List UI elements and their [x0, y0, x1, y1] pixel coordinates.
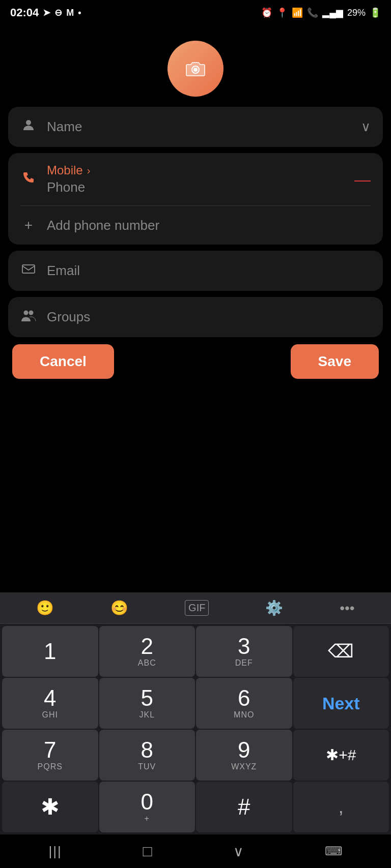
name-field[interactable]: Name ∨: [8, 107, 383, 147]
save-button[interactable]: Save: [291, 344, 379, 379]
remove-phone-button[interactable]: —: [354, 171, 371, 188]
groups-icon: [20, 308, 37, 326]
person-icon: [20, 118, 37, 136]
email-placeholder: Email: [47, 263, 371, 279]
key-4[interactable]: 4 GHI: [2, 678, 98, 729]
cancel-button[interactable]: Cancel: [12, 344, 114, 379]
svg-point-2: [26, 120, 31, 125]
alarm-icon: ⏰: [261, 7, 272, 18]
battery-icon: 🔋: [370, 7, 381, 18]
emoji-icon[interactable]: 🙂: [36, 600, 54, 616]
status-bar: 02:04 ➤ ⊖ M • ⏰ 📍 📶 📞 ▂▄▆ 29% 🔋: [0, 0, 391, 25]
keyboard-toolbar: 🙂 😊 GIF ⚙️ •••: [0, 592, 391, 624]
gps-icon: 📍: [276, 7, 288, 18]
key-star-hash[interactable]: ✱+#: [293, 730, 389, 781]
keyboard-button[interactable]: ⌨: [325, 844, 343, 858]
status-right: ⏰ 📍 📶 📞 ▂▄▆ 29% 🔋: [261, 7, 381, 18]
phone-placeholder: Phone: [47, 179, 344, 195]
time: 02:04: [10, 6, 39, 19]
keyboard-grid: 1 2 ABC 3 DEF ⌫ 4 GHI 5 JKL 6 MNO Next: [0, 624, 391, 834]
dot-icon: •: [78, 8, 81, 18]
svg-point-1: [193, 68, 198, 72]
email-icon: [20, 262, 37, 280]
key-9[interactable]: 9 WXYZ: [196, 730, 292, 781]
add-phone-label: Add phone number: [47, 218, 159, 233]
key-star[interactable]: ✱: [2, 782, 98, 832]
key-0[interactable]: 0 +: [99, 782, 196, 832]
status-left: 02:04 ➤ ⊖ M •: [10, 6, 81, 19]
wifi-icon: 📶: [292, 7, 303, 18]
key-backspace[interactable]: ⌫: [293, 626, 389, 677]
keyboard-area: 🙂 😊 GIF ⚙️ ••• 1 2 ABC 3 DEF ⌫ 4 GHI 5 J…: [0, 592, 391, 868]
key-6[interactable]: 6 MNO: [196, 678, 292, 729]
mobile-chevron: ›: [87, 165, 91, 176]
key-5[interactable]: 5 JKL: [99, 678, 196, 729]
groups-placeholder: Groups: [47, 309, 371, 325]
key-next[interactable]: Next: [293, 678, 389, 729]
key-comma[interactable]: ,: [293, 782, 389, 832]
avatar-area: [0, 25, 391, 107]
key-8[interactable]: 8 TUV: [99, 730, 196, 781]
form-area: Name ∨ Mobile › Phone — + Add phone numb…: [0, 107, 391, 337]
dnd-icon: ⊖: [54, 7, 62, 18]
svg-rect-3: [22, 265, 35, 273]
phone-label-col: Mobile › Phone: [47, 163, 344, 195]
battery-text: 29%: [347, 8, 366, 18]
camera-icon: [184, 57, 207, 80]
avatar-button[interactable]: [167, 41, 224, 97]
home-button[interactable]: □: [143, 843, 152, 860]
action-row: Cancel Save: [0, 339, 391, 384]
svg-point-4: [24, 311, 29, 315]
phone-row[interactable]: Mobile › Phone —: [8, 153, 383, 205]
location-icon: ➤: [43, 7, 50, 18]
signal-icon: ▂▄▆: [322, 7, 343, 18]
key-3[interactable]: 3 DEF: [196, 626, 292, 677]
mail-icon: M: [66, 8, 74, 18]
svg-point-5: [29, 311, 34, 315]
gif-icon[interactable]: GIF: [185, 600, 209, 616]
back-button[interactable]: |||: [48, 844, 62, 859]
recents-button[interactable]: ∨: [233, 843, 244, 860]
bottom-nav: ||| □ ∨ ⌨: [0, 834, 391, 868]
key-hash[interactable]: #: [196, 782, 292, 832]
add-phone-icon: +: [20, 217, 37, 233]
email-field[interactable]: Email: [8, 251, 383, 291]
name-placeholder: Name: [47, 119, 351, 135]
name-chevron: ∨: [361, 119, 371, 135]
phone-icon: [20, 170, 37, 188]
phone-group: Mobile › Phone — + Add phone number: [8, 153, 383, 245]
key-2[interactable]: 2 ABC: [99, 626, 196, 677]
mobile-label: Mobile ›: [47, 163, 344, 177]
key-1[interactable]: 1: [2, 626, 98, 677]
key-7[interactable]: 7 PQRS: [2, 730, 98, 781]
add-phone-row[interactable]: + Add phone number: [8, 206, 383, 245]
settings-icon[interactable]: ⚙️: [265, 600, 283, 616]
groups-field[interactable]: Groups: [8, 297, 383, 337]
more-icon[interactable]: •••: [340, 600, 354, 616]
call-icon: 📞: [307, 7, 318, 18]
sticker-icon[interactable]: 😊: [110, 600, 128, 616]
